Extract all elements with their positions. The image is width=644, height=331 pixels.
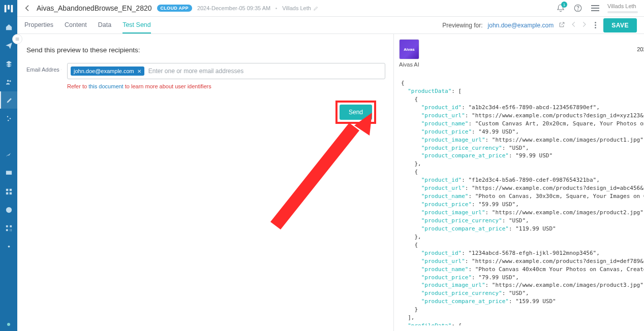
nav-presentation-icon[interactable] (0, 164, 17, 182)
preview-pane: Aivas Aivas AI Last rendered at: 2024-De… (393, 34, 644, 331)
preview-pager (570, 21, 588, 29)
nav-analytics-icon[interactable] (0, 146, 17, 163)
more-actions-button[interactable] (593, 20, 598, 30)
cloud-app-badge: CLOUD APP (157, 5, 192, 12)
user-menu[interactable]: Villads Leth (607, 3, 638, 13)
tab-properties[interactable]: Properties (24, 17, 53, 34)
last-rendered-ts: 2024-December-10 11:18 AM (637, 46, 644, 52)
svg-rect-14 (6, 225, 8, 227)
left-sidenav (0, 0, 17, 331)
brand-logo-icon[interactable] (3, 3, 14, 14)
recipient-row: Email Addres john.doe@example.com ✕ (26, 63, 385, 79)
svg-marker-21 (270, 123, 359, 229)
annotation-arrow (270, 113, 372, 240)
hint-link[interactable]: this document (88, 83, 123, 89)
svg-point-19 (578, 10, 578, 10)
main: Send this preview to these recipients: E… (17, 34, 644, 331)
edit-icon (313, 6, 319, 11)
chevron-down-icon (60, 67, 62, 72)
user-name: Villads Leth (607, 3, 638, 9)
svg-rect-8 (6, 171, 11, 175)
render-meta: Last rendered at: 2024-December-10 11:18… (637, 39, 644, 52)
nav-settings-icon[interactable] (0, 238, 17, 255)
svg-rect-16 (6, 229, 8, 231)
header-editor: Villads Leth (282, 5, 319, 11)
notifications-button[interactable]: 1 (556, 3, 566, 13)
nav-magic-icon[interactable] (0, 128, 17, 145)
preview-header: Aivas Aivas AI Last rendered at: 2024-De… (394, 34, 644, 72)
tab-data[interactable]: Data (98, 17, 111, 34)
svg-point-3 (7, 80, 9, 82)
svg-rect-15 (10, 225, 12, 227)
nav-edit-icon[interactable] (0, 91, 17, 109)
remove-chip-button[interactable]: ✕ (137, 69, 141, 74)
nav-status-dot (7, 323, 10, 326)
svg-rect-0 (5, 5, 7, 13)
email-input-box[interactable]: john.doe@example.com ✕ (67, 63, 385, 79)
svg-rect-12 (9, 192, 11, 194)
page-title: Aivas_AbandonedBrowse_EN_2820 (37, 4, 152, 12)
nav-layers-icon[interactable] (0, 55, 17, 72)
send-highlight-box: Send (335, 101, 376, 124)
svg-rect-1 (8, 5, 10, 10)
meta-separator (275, 8, 277, 9)
preview-prev-button[interactable] (570, 21, 577, 29)
help-button[interactable] (573, 3, 583, 13)
email-input[interactable] (147, 67, 382, 75)
svg-point-7 (8, 120, 9, 121)
tabs: Properties Content Data Test Send (24, 17, 151, 34)
svg-point-17 (8, 245, 10, 247)
svg-point-6 (9, 118, 11, 119)
nav-qr-icon[interactable] (0, 219, 17, 237)
hint-prefix: Refer to (67, 83, 88, 89)
nav-home-icon[interactable] (0, 18, 17, 36)
tab-content[interactable]: Content (65, 17, 87, 34)
preview-next-button[interactable] (580, 21, 588, 29)
email-chip[interactable]: john.doe@example.com ✕ (71, 67, 144, 76)
email-field-label[interactable]: Email Addres (26, 63, 62, 73)
email-chip-text: john.doe@example.com (74, 68, 134, 74)
save-button[interactable]: SAVE (603, 18, 637, 32)
svg-point-4 (9, 80, 11, 82)
test-send-pane: Send this preview to these recipients: E… (17, 34, 393, 331)
svg-rect-9 (6, 188, 8, 190)
nav-audience-icon[interactable] (0, 73, 17, 90)
header-timestamp: 2024-December-05 09:35 AM (197, 5, 270, 11)
svg-rect-10 (9, 188, 11, 190)
nav-globe-icon[interactable] (0, 201, 17, 218)
brand-logo-square: Aivas (399, 39, 419, 59)
hint-suffix: to learn more about user identifiers (124, 83, 211, 89)
brand-name: Aivas AI (399, 61, 419, 68)
preview-brand: Aivas Aivas AI (399, 39, 419, 68)
open-in-new-button[interactable] (559, 21, 565, 29)
menu-button[interactable] (590, 3, 600, 13)
last-rendered-label: Last rendered at: (637, 39, 644, 45)
hint-text: Refer to this document to learn more abo… (67, 83, 385, 89)
collapse-sidenav-toggle[interactable] (12, 34, 22, 44)
tab-test-send[interactable]: Test Send (122, 17, 151, 34)
previewing-for-label: Previewing for: (442, 22, 482, 29)
previewing-for-email[interactable]: john.doe@example.com (488, 22, 554, 29)
svg-rect-2 (11, 5, 13, 13)
svg-rect-11 (6, 192, 8, 194)
notification-count-badge: 1 (561, 2, 567, 8)
topbar: Aivas_AbandonedBrowse_EN_2820 CLOUD APP … (17, 0, 644, 17)
header-editor-name: Villads Leth (282, 5, 311, 11)
nav-sliders-icon[interactable] (0, 110, 17, 127)
back-button[interactable] (23, 4, 32, 12)
svg-point-5 (7, 116, 8, 117)
send-button[interactable]: Send (340, 105, 372, 120)
section-title: Send this preview to these recipients: (26, 46, 385, 54)
subheader: Properties Content Data Test Send Previe… (17, 17, 644, 34)
nav-apps-icon[interactable] (0, 183, 17, 200)
json-preview[interactable]: { "productData": [ { "product_id": "a1b2… (394, 77, 644, 325)
